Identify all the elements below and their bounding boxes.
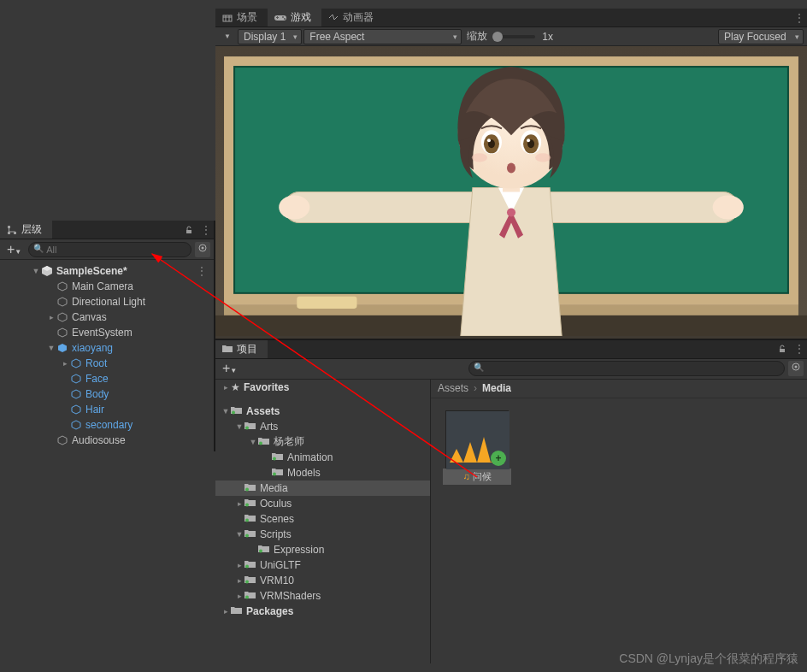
svg-point-24 bbox=[282, 16, 284, 18]
gameobject-row[interactable]: ▼ xiaoyang bbox=[0, 340, 214, 356]
gameobject-row[interactable]: Hair bbox=[0, 402, 214, 417]
foldout-icon[interactable]: ▸ bbox=[60, 359, 70, 368]
folder-row[interactable]: Scenes bbox=[215, 511, 430, 527]
aspect-dropdown[interactable]: Free Aspect bbox=[303, 29, 462, 44]
gameobject-row[interactable]: Audiosouse bbox=[0, 433, 214, 448]
gameobject-row[interactable]: EventSystem bbox=[0, 325, 214, 340]
foldout-icon[interactable]: ▼ bbox=[31, 267, 41, 275]
folder-row[interactable]: ▼ Arts bbox=[215, 419, 430, 434]
project-search[interactable] bbox=[468, 361, 785, 376]
project-filter-icon[interactable] bbox=[788, 361, 804, 376]
folder-row[interactable]: ▸ UniGLTF bbox=[215, 557, 430, 573]
folder-row[interactable]: ▸ VRMShaders bbox=[215, 588, 430, 604]
folder-row[interactable]: Models bbox=[215, 465, 430, 480]
hierarchy-title: 层级 bbox=[21, 222, 42, 237]
foldout-icon[interactable]: ▼ bbox=[234, 422, 244, 431]
scale-label: 缩放 bbox=[463, 29, 491, 44]
music-note-icon: ♫ bbox=[462, 471, 469, 481]
svg-point-61 bbox=[245, 487, 249, 491]
breadcrumb-current[interactable]: Media bbox=[482, 382, 511, 394]
foldout-icon[interactable]: ▸ bbox=[221, 383, 231, 392]
gameobject-row[interactable]: ▸ Canvas bbox=[0, 309, 214, 325]
scene-menu-icon[interactable]: ⋮ bbox=[197, 265, 214, 277]
foldout-icon[interactable]: ▸ bbox=[46, 313, 56, 321]
project-folders: ▸ ★ Favorites ▼ Assets ▼ Arts bbox=[215, 380, 431, 663]
packages-row[interactable]: ▸ Packages bbox=[215, 604, 430, 619]
scale-value: 1x bbox=[537, 31, 558, 43]
project-menu-icon[interactable]: ⋮ bbox=[792, 340, 807, 358]
foldout-icon[interactable]: ▸ bbox=[234, 576, 244, 585]
gameobject-row[interactable]: Body bbox=[0, 386, 214, 402]
animator-tab[interactable]: 动画器 bbox=[321, 9, 384, 27]
folder-row[interactable]: ▼ Scripts bbox=[215, 527, 430, 542]
svg-marker-9 bbox=[58, 298, 67, 306]
foldout-icon[interactable]: ▼ bbox=[221, 407, 231, 416]
foldout-icon[interactable]: ▼ bbox=[248, 438, 258, 446]
scene-row[interactable]: ▼ SampleScene* ⋮ bbox=[0, 263, 214, 279]
gameobject-row[interactable]: secondary bbox=[0, 417, 214, 433]
unlock-icon[interactable] bbox=[180, 221, 198, 239]
svg-point-60 bbox=[273, 472, 276, 475]
center-menu-icon[interactable]: ⋮ bbox=[792, 9, 807, 27]
foldout-icon[interactable]: ▸ bbox=[234, 592, 244, 600]
game-viewport[interactable] bbox=[215, 46, 807, 339]
folder-icon bbox=[258, 544, 270, 556]
display-dropdown[interactable]: Display 1 bbox=[238, 29, 302, 44]
game-toolbar: ▼ Display 1 Free Aspect 缩放 1x Play Focus… bbox=[215, 27, 807, 46]
scene-icon bbox=[222, 13, 233, 23]
gameobject-row[interactable]: Face bbox=[0, 371, 214, 386]
asset-grid[interactable]: + ♫ 问候 bbox=[431, 398, 807, 663]
breadcrumb-root[interactable]: Assets bbox=[438, 382, 468, 394]
gameobject-icon bbox=[56, 311, 68, 323]
foldout-icon[interactable]: ▸ bbox=[234, 561, 244, 569]
hierarchy-tab[interactable]: 层级 bbox=[0, 221, 52, 239]
svg-point-39 bbox=[507, 209, 515, 217]
scene-tab[interactable]: 场景 bbox=[215, 9, 268, 27]
project-tab[interactable]: 项目 bbox=[215, 340, 268, 358]
svg-marker-10 bbox=[58, 313, 67, 321]
go-label: xiaoyang bbox=[72, 342, 113, 354]
play-focused-dropdown[interactable]: Play Focused bbox=[718, 29, 804, 44]
gameobject-icon bbox=[70, 419, 82, 431]
prefab-icon bbox=[56, 342, 68, 354]
foldout-icon[interactable]: ▸ bbox=[221, 607, 231, 616]
folder-icon bbox=[231, 405, 243, 417]
foldout-icon[interactable]: ▸ bbox=[234, 499, 244, 508]
scale-slider[interactable] bbox=[492, 35, 535, 38]
go-label: Main Camera bbox=[72, 280, 133, 292]
svg-point-5 bbox=[202, 246, 204, 249]
svg-point-68 bbox=[245, 595, 249, 598]
gameobject-icon bbox=[70, 388, 82, 400]
svg-point-55 bbox=[795, 366, 798, 368]
folder-row-media[interactable]: Media bbox=[215, 480, 430, 496]
svg-point-57 bbox=[245, 426, 249, 429]
favorites-row[interactable]: ▸ ★ Favorites bbox=[215, 380, 430, 395]
foldout-icon[interactable]: ▼ bbox=[46, 344, 56, 352]
asset-audio[interactable]: + ♫ 问候 bbox=[443, 410, 511, 485]
project-add-button[interactable]: +▼ bbox=[219, 361, 240, 376]
hierarchy-menu-icon[interactable]: ⋮ bbox=[198, 221, 214, 239]
folder-row[interactable]: ▸ Oculus bbox=[215, 496, 430, 511]
gameobject-row[interactable]: ▸ Root bbox=[0, 356, 214, 371]
assets-row[interactable]: ▼ Assets bbox=[215, 404, 430, 419]
folder-row[interactable]: ▸ VRM10 bbox=[215, 573, 430, 588]
folder-row[interactable]: ▼ 杨老师 bbox=[215, 434, 430, 450]
project-content: Assets › Media + bbox=[431, 380, 807, 663]
project-lock-icon[interactable] bbox=[773, 340, 792, 358]
search-type-icon[interactable] bbox=[195, 242, 210, 257]
folder-icon bbox=[258, 436, 270, 448]
svg-point-66 bbox=[245, 564, 249, 568]
gameobject-icon bbox=[70, 357, 82, 369]
gameobject-row[interactable]: Main Camera bbox=[0, 279, 214, 294]
go-label: Directional Light bbox=[72, 296, 145, 308]
folder-icon bbox=[272, 451, 284, 463]
game-dropdown-icon[interactable]: ▼ bbox=[219, 32, 236, 40]
hierarchy-search[interactable] bbox=[28, 242, 191, 257]
folder-row[interactable]: Expression bbox=[215, 542, 430, 557]
folder-row[interactable]: Animation bbox=[215, 450, 430, 465]
svg-marker-11 bbox=[58, 328, 67, 337]
foldout-icon[interactable]: ▼ bbox=[234, 530, 244, 539]
add-button[interactable]: +▼ bbox=[3, 242, 25, 257]
gameobject-row[interactable]: Directional Light bbox=[0, 294, 214, 309]
game-tab[interactable]: 游戏 bbox=[268, 9, 321, 27]
